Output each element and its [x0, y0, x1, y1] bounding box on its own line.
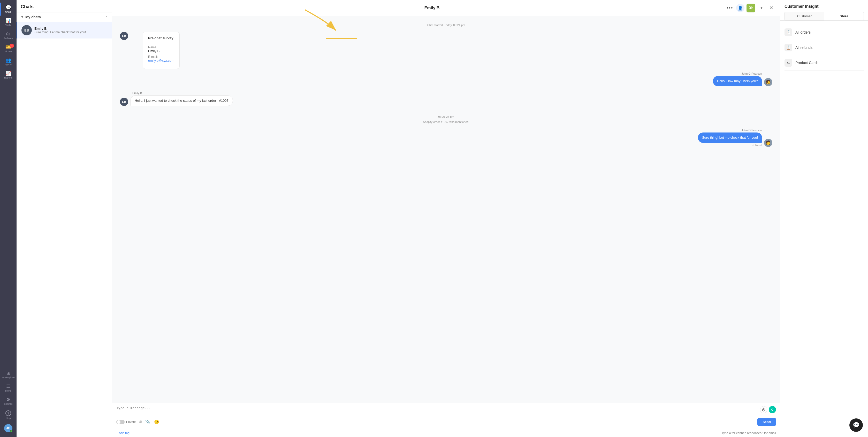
- system-timestamp-section: 03:21:23 pm Shopify order #1007 was ment…: [120, 113, 772, 124]
- more-options-button[interactable]: •••: [726, 4, 734, 12]
- chat-preview-emily: Sure thing! Let me check that for you!: [34, 31, 108, 34]
- message-row-3: 🧑 John G Pearson Sure thing! Let me chec…: [120, 129, 772, 147]
- input-top: ⏻ G: [116, 406, 776, 415]
- read-status: ✓ Read: [698, 144, 762, 147]
- sidebar: 💬 Chats 📊 Traffic 🗂 Archives 🎫 Tickets 4…: [0, 0, 17, 437]
- all-refunds-label: All refunds: [795, 45, 812, 49]
- sidebar-item-settings[interactable]: ⚙ Settings: [0, 395, 17, 408]
- panel-item-all-orders[interactable]: 📋 All orders: [784, 25, 864, 40]
- tab-customer[interactable]: Customer: [784, 12, 824, 21]
- chat-main: Emily B ••• 👤 🛍 + ✕ Chat started: Today,…: [112, 0, 780, 437]
- all-orders-icon: 📋: [784, 28, 792, 36]
- msg-content-1: John G Pearson Hello. How may I help you…: [713, 72, 762, 86]
- customer-msg-section: Emily B EB Hello, I just wanted to check…: [120, 92, 772, 106]
- help-icon: ?: [5, 410, 11, 416]
- tab-store[interactable]: Store: [824, 12, 864, 21]
- msg-content-3: John G Pearson Sure thing! Let me check …: [698, 129, 762, 147]
- toolbar-icons: # 📎 🙂: [139, 419, 159, 424]
- panel-item-product-cards[interactable]: 🏷 Product Cards: [784, 55, 864, 70]
- sidebar-item-chats[interactable]: 💬 Chats: [0, 3, 17, 16]
- sidebar-user-avatar[interactable]: JG: [4, 422, 12, 434]
- agents-icon: 👥: [5, 58, 11, 63]
- right-panel-header: Customer Insight Customer Store: [780, 0, 868, 21]
- system-note: Shopify order #1007 was mentioned.: [120, 120, 772, 124]
- panel-item-all-refunds[interactable]: 📋 All refunds: [784, 40, 864, 55]
- chevron-down-icon: ▼: [21, 15, 24, 19]
- power-button[interactable]: ⏻: [760, 406, 767, 413]
- sidebar-item-reports[interactable]: 📈 Reports: [0, 68, 17, 81]
- billing-icon: ☰: [6, 384, 10, 389]
- archives-icon: 🗂: [6, 32, 10, 36]
- pre-chat-title: Pre-chat survey: [148, 36, 174, 42]
- sidebar-label-agents: Agents: [5, 63, 12, 66]
- msg-content-2: Hello, I just wanted to check the status…: [130, 95, 233, 106]
- survey-name-value: Emily B: [148, 49, 174, 53]
- add-icon-button[interactable]: +: [757, 4, 766, 12]
- add-tag-button[interactable]: + Add tag: [116, 431, 129, 435]
- msg-bubble-3: Sure thing! Let me check that for you!: [698, 133, 762, 143]
- chat-info-emily: Emily B Sure thing! Let me check that fo…: [34, 27, 108, 34]
- sidebar-item-tickets[interactable]: 🎫 Tickets 4: [0, 42, 17, 55]
- shopify-icon-button[interactable]: 🛍: [746, 4, 755, 12]
- sidebar-item-archives[interactable]: 🗂 Archives: [0, 29, 17, 42]
- chat-list-header: Chats: [17, 0, 112, 12]
- traffic-icon: 📊: [5, 18, 11, 23]
- chat-icon: 💬: [5, 5, 11, 10]
- chat-header-actions: ••• 👤 🛍 + ✕: [726, 4, 775, 12]
- chat-header: Emily B ••• 👤 🛍 + ✕: [112, 0, 780, 16]
- chat-header-title: Emily B: [138, 6, 726, 10]
- sidebar-label-chats: Chats: [5, 10, 11, 13]
- agent-avatar-1: 🧑: [764, 78, 772, 86]
- right-panel-tabs: Customer Store: [784, 12, 864, 21]
- my-chats-row[interactable]: ▼ My chats 1: [17, 12, 112, 22]
- input-bottom: Private # 📎 🙂 Send: [116, 418, 776, 426]
- send-button[interactable]: Send: [757, 418, 776, 426]
- giphy-button[interactable]: G: [769, 406, 776, 413]
- agent-avatar-2: 🧑: [764, 139, 772, 147]
- survey-email-label: E-mail:: [148, 55, 174, 59]
- survey-name-label: Name:: [148, 45, 174, 49]
- customer-avatar-eb: EB: [120, 32, 128, 40]
- hash-icon[interactable]: #: [139, 420, 142, 424]
- private-toggle-switch[interactable]: [116, 420, 125, 424]
- right-panel-title: Customer Insight: [784, 4, 864, 9]
- chat-item-emily[interactable]: EB Emily B Sure thing! Let me check that…: [17, 22, 112, 38]
- survey-name-field: Name: Emily B: [148, 45, 174, 53]
- widget-icon: 💬: [853, 422, 860, 429]
- right-panel: Customer Insight Customer Store 📋 All or…: [780, 0, 868, 437]
- sidebar-label-reports: Reports: [4, 76, 12, 79]
- emoji-icon[interactable]: 🙂: [154, 419, 159, 424]
- sidebar-label-traffic: Traffic: [5, 24, 12, 26]
- chat-list-title: Chats: [21, 4, 108, 9]
- marketplace-icon: ⊞: [6, 371, 10, 375]
- customer-avatar-msg: EB: [120, 98, 128, 106]
- messages-area: Chat started: Today, 03:21 pm EB Pre-cha…: [112, 16, 780, 403]
- sidebar-item-marketplace[interactable]: ⊞ Marketplace: [0, 368, 17, 381]
- system-timestamp: 03:21:23 pm: [120, 115, 772, 118]
- tickets-badge: 4: [10, 44, 14, 48]
- attachment-icon[interactable]: 📎: [145, 419, 150, 424]
- chat-started-label: Chat started: Today, 03:21 pm: [120, 24, 772, 27]
- sidebar-label-billing: Billing: [5, 390, 11, 392]
- sidebar-item-billing[interactable]: ☰ Billing: [0, 381, 17, 395]
- avatar: JG: [4, 424, 12, 432]
- private-toggle: Private: [116, 420, 136, 424]
- sidebar-label-settings: Settings: [4, 403, 13, 405]
- message-input[interactable]: [116, 406, 758, 415]
- sidebar-item-traffic[interactable]: 📊 Traffic: [0, 16, 17, 29]
- reports-icon: 📈: [5, 71, 11, 76]
- sidebar-label-tickets: Tickets: [5, 50, 12, 53]
- sidebar-item-agents[interactable]: 👥 Agents: [0, 55, 17, 68]
- agent-icon-button[interactable]: 👤: [736, 4, 744, 12]
- sidebar-item-help[interactable]: ? Help: [0, 408, 17, 422]
- floating-chat-widget[interactable]: 💬: [849, 418, 863, 432]
- close-button[interactable]: ✕: [768, 4, 775, 12]
- pre-chat-row: EB Pre-chat survey Name: Emily B E-mail:…: [120, 32, 772, 69]
- chat-avatar-emily: EB: [22, 25, 32, 35]
- all-refunds-icon: 📋: [784, 44, 792, 52]
- customer-sender-label: Emily B: [132, 92, 772, 95]
- all-orders-label: All orders: [795, 30, 811, 34]
- pre-chat-survey: Pre-chat survey Name: Emily B E-mail: em…: [143, 32, 180, 69]
- msg-bubble-2: Hello, I just wanted to check the status…: [130, 95, 233, 106]
- sidebar-label-marketplace: Marketplace: [2, 376, 14, 379]
